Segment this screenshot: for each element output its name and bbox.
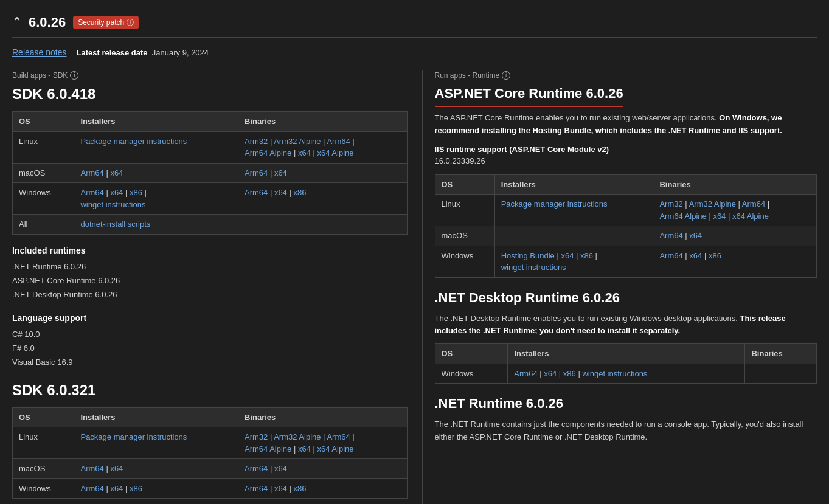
meta-row: Release notes Latest release date Januar…	[12, 43, 817, 63]
build-apps-info-icon[interactable]: i	[70, 71, 78, 80]
col-installers-desktop: Installers	[508, 344, 745, 364]
x64-link[interactable]: x64	[110, 168, 123, 178]
x64-alpine-link[interactable]: x64 Alpine	[317, 148, 353, 157]
table-row: Linux Package manager instructions Arm32…	[13, 131, 408, 163]
x64-alpine-link[interactable]: x64 Alpine	[317, 444, 353, 454]
x64-alpine-link[interactable]: x64 Alpine	[732, 212, 769, 221]
release-date-value: January 9, 2024	[152, 48, 209, 57]
installers-cell: Arm64 | x64	[74, 459, 238, 479]
table-row: macOS Arm64 | x64 Arm64 | x64	[13, 459, 408, 479]
col-binaries-desktop: Binaries	[745, 344, 817, 364]
installers-cell: Arm64 | x64	[74, 163, 238, 183]
arm64-link[interactable]: Arm64	[327, 137, 350, 146]
release-notes-link[interactable]: Release notes	[12, 46, 67, 59]
arm32-alpine-link[interactable]: Arm32 Alpine	[274, 432, 321, 441]
arm32-link[interactable]: Arm32	[245, 137, 268, 146]
x64-link[interactable]: x64	[110, 464, 123, 473]
x86-link[interactable]: x86	[709, 251, 721, 260]
arm64-link[interactable]: Arm64	[80, 464, 103, 473]
security-badge: Security patch ⓘ	[73, 16, 139, 29]
installers-cell: Package manager instructions	[74, 131, 238, 163]
table-row: Windows Arm64 | x64 | x86 | winget instr…	[435, 364, 817, 384]
arm32-link[interactable]: Arm32	[245, 432, 268, 441]
run-apps-info-icon[interactable]: i	[502, 71, 510, 80]
arm64-alpine-link[interactable]: Arm64 Alpine	[245, 444, 291, 454]
x64-link[interactable]: x64	[544, 369, 557, 378]
table-row: All dotnet-install scripts	[13, 215, 408, 235]
x64-link[interactable]: x64	[110, 188, 123, 197]
arm64-link[interactable]: Arm64	[80, 188, 103, 197]
arm64-link[interactable]: Arm64	[514, 369, 537, 378]
x86-link[interactable]: x86	[293, 188, 306, 197]
arm64-link[interactable]: Arm64	[245, 188, 268, 197]
main-content: Build apps - SDK i SDK 6.0.418 OS Instal…	[12, 70, 817, 504]
sdk-321-table: OS Installers Binaries Linux Package man…	[12, 407, 408, 499]
os-cell: Windows	[13, 183, 74, 215]
arm64-link[interactable]: Arm64	[659, 231, 682, 240]
binaries-cell: Arm64 | x64	[238, 459, 407, 479]
binaries-cell	[745, 364, 817, 384]
hosting-bundle-link[interactable]: Hosting Bundle	[501, 251, 555, 260]
pkg-mgr-link[interactable]: Package manager instructions	[501, 199, 608, 209]
arm64-alpine-link[interactable]: Arm64 Alpine	[659, 212, 706, 221]
aspnet-description: The ASP.NET Core Runtime enables you to …	[435, 112, 817, 137]
x86-link[interactable]: x86	[293, 484, 306, 493]
os-cell: macOS	[435, 226, 494, 246]
arm64-link[interactable]: Arm64	[80, 484, 103, 493]
os-cell: Windows	[435, 364, 508, 384]
x64-link[interactable]: x64	[561, 251, 574, 260]
x64-link[interactable]: x64	[298, 148, 311, 157]
aspnet-heading: ASP.NET Core Runtime 6.0.26	[435, 83, 623, 107]
page-container: ⌃ 6.0.26 Security patch ⓘ Release notes …	[0, 0, 829, 504]
x64-link[interactable]: x64	[689, 231, 702, 240]
arm64-link[interactable]: Arm64	[245, 168, 268, 178]
x86-link[interactable]: x86	[130, 484, 142, 493]
dotnet-description: The .NET Runtime contains just the compo…	[435, 418, 817, 444]
x86-link[interactable]: x86	[563, 369, 576, 378]
installers-cell: Arm64 | x64 | x86 | winget instructions	[508, 364, 745, 384]
arm64-link[interactable]: Arm64	[80, 168, 103, 178]
binaries-cell: Arm64 | x64 | x86	[653, 246, 817, 277]
version-title: 6.0.26	[29, 12, 66, 32]
winget-link[interactable]: winget instructions	[501, 263, 566, 272]
os-cell: Linux	[13, 131, 74, 163]
desktop-description: The .NET Desktop Runtime enables you to …	[435, 312, 817, 338]
arm32-alpine-link[interactable]: Arm32 Alpine	[689, 199, 736, 209]
dotnet-install-link[interactable]: dotnet-install scripts	[80, 219, 150, 229]
arm64-link[interactable]: Arm64	[742, 199, 765, 209]
pkg-mgr-link[interactable]: Package manager instructions	[80, 432, 187, 441]
latest-release-date: Latest release date January 9, 2024	[77, 47, 209, 59]
desktop-runtime-heading: .NET Desktop Runtime 6.0.26	[435, 288, 817, 308]
x86-link[interactable]: x86	[580, 251, 593, 260]
os-cell: macOS	[13, 459, 74, 479]
pkg-mgr-link[interactable]: Package manager instructions	[80, 137, 187, 146]
version-icon: ⌃	[12, 14, 21, 30]
x64-link[interactable]: x64	[274, 168, 287, 178]
x64-link[interactable]: x64	[689, 251, 702, 260]
table-row: Windows Hosting Bundle | x64 | x86 | win…	[435, 246, 817, 277]
arm64-alpine-link[interactable]: Arm64 Alpine	[245, 148, 291, 157]
binaries-cell: Arm32 | Arm32 Alpine | Arm64 | Arm64 Alp…	[653, 195, 817, 226]
arm32-alpine-link[interactable]: Arm32 Alpine	[274, 137, 321, 146]
x64-link[interactable]: x64	[274, 464, 287, 473]
table-row: Windows Arm64 | x64 | x86 Arm64 | x64 | …	[13, 478, 408, 499]
x86-link[interactable]: x86	[130, 188, 142, 197]
x64-link[interactable]: x64	[274, 188, 287, 197]
x64-link[interactable]: x64	[274, 484, 287, 493]
sdk-418-heading: SDK 6.0.418	[12, 83, 408, 105]
arm32-link[interactable]: Arm32	[659, 199, 682, 209]
arm64-link[interactable]: Arm64	[245, 464, 268, 473]
included-runtimes: Included runtimes .NET Runtime 6.0.26 AS…	[12, 244, 408, 302]
winget-link[interactable]: winget instructions	[80, 200, 145, 209]
dotnet-runtime-heading: .NET Runtime 6.0.26	[435, 393, 817, 413]
arm64-link[interactable]: Arm64	[659, 251, 682, 260]
arm64-link[interactable]: Arm64	[245, 484, 268, 493]
iis-version: 16.0.23339.26	[435, 156, 485, 165]
winget-link[interactable]: winget instructions	[582, 369, 647, 378]
x64-link[interactable]: x64	[110, 484, 123, 493]
col-installers-418: Installers	[74, 112, 238, 132]
col-os-desktop: OS	[435, 344, 508, 364]
x64-link[interactable]: x64	[713, 212, 726, 221]
x64-link[interactable]: x64	[298, 444, 311, 454]
arm64-link[interactable]: Arm64	[327, 432, 350, 441]
